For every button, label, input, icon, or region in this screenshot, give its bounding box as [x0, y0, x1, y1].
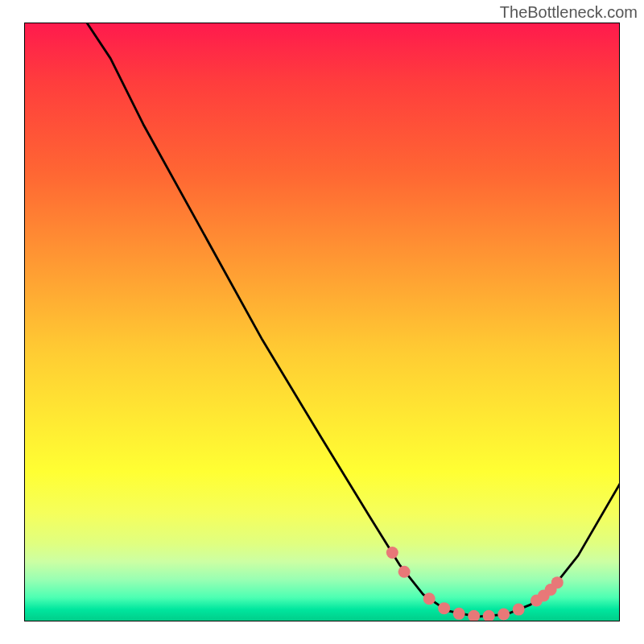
- curve-marker: [468, 610, 480, 621]
- curve-marker: [386, 547, 398, 559]
- curve-marker: [513, 604, 525, 616]
- curve-marker: [483, 610, 495, 621]
- watermark-text: TheBottleneck.com: [500, 3, 638, 22]
- curve-marker: [438, 602, 450, 614]
- curve-marker: [497, 609, 510, 621]
- curve-marker: [551, 576, 564, 588]
- curve-marker: [453, 608, 465, 620]
- bottleneck-curve: [87, 23, 620, 617]
- chart-container: TheBottleneck.com: [0, 0, 644, 644]
- curve-marker: [423, 592, 436, 605]
- chart-curve-layer: [24, 23, 620, 621]
- curve-marker: [398, 566, 411, 578]
